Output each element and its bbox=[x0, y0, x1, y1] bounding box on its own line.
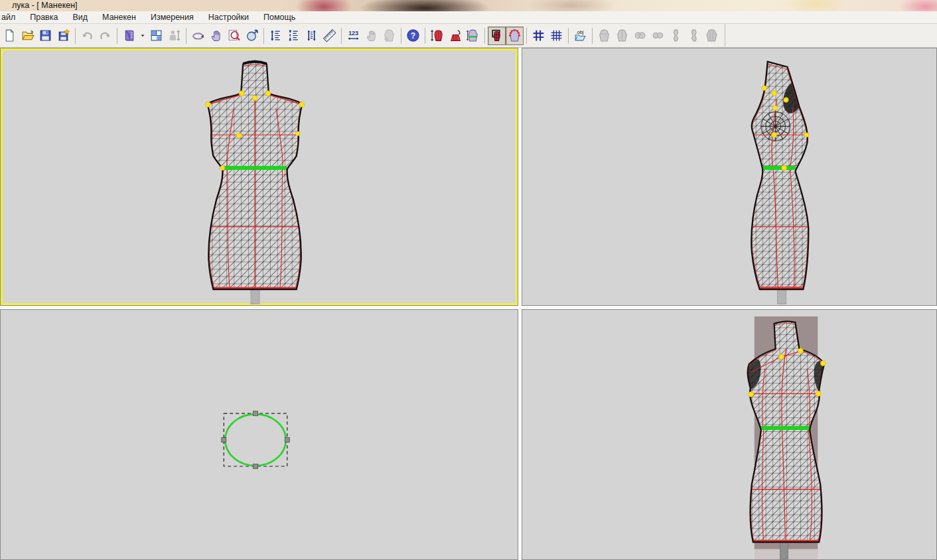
adjust-hand-gray-button bbox=[362, 27, 380, 45]
svg-text:.obj: .obj bbox=[576, 29, 584, 35]
waist-band[interactable] bbox=[223, 166, 287, 170]
handle-bottom[interactable] bbox=[253, 464, 258, 468]
waist-band[interactable] bbox=[755, 426, 810, 430]
ruler-button[interactable] bbox=[321, 27, 338, 45]
viewport-perspective-view[interactable] bbox=[522, 309, 937, 560]
grid-fine-button[interactable] bbox=[547, 27, 565, 45]
toolbar-separator bbox=[568, 28, 569, 44]
handle-top[interactable] bbox=[253, 411, 258, 416]
toolbar-end-divider bbox=[725, 24, 725, 48]
ruler-icon bbox=[323, 29, 336, 42]
top-view-canvas[interactable] bbox=[1, 310, 518, 559]
help-button[interactable]: ? bbox=[404, 27, 422, 45]
menu-item-5[interactable]: Настройки bbox=[201, 13, 256, 22]
model-sweep-red-icon bbox=[448, 29, 462, 42]
measure-vertical-icon bbox=[269, 29, 283, 42]
measure-double-button[interactable] bbox=[303, 27, 321, 45]
viewport-layout-icon bbox=[149, 29, 163, 42]
view-front-gray-button bbox=[595, 27, 613, 45]
handle-left[interactable] bbox=[222, 437, 226, 442]
menu-item-6[interactable]: Помощь bbox=[256, 13, 303, 22]
selection-handles[interactable] bbox=[222, 411, 289, 469]
toolbar-separator bbox=[484, 28, 485, 44]
view-right-gray-button bbox=[685, 27, 703, 45]
add-model-gray-button bbox=[380, 27, 398, 45]
zoom-select-button[interactable] bbox=[225, 27, 243, 45]
import-obj-icon: .obj bbox=[573, 29, 587, 42]
measure-segment-icon bbox=[287, 29, 301, 42]
measure-segment-button[interactable] bbox=[285, 27, 303, 45]
handle-right[interactable] bbox=[285, 437, 289, 442]
dropdown-arrow-button[interactable] bbox=[138, 27, 147, 45]
rotate-tool-icon bbox=[191, 29, 205, 42]
show-wireframe-button[interactable] bbox=[488, 27, 506, 45]
menu-item-1[interactable]: Правка bbox=[23, 13, 65, 22]
redo-icon bbox=[98, 29, 112, 42]
main-toolbar: 123?.obj bbox=[0, 24, 937, 48]
toolbar-separator bbox=[526, 28, 527, 44]
viewport-front-view[interactable] bbox=[0, 48, 518, 306]
notebook-icon bbox=[122, 29, 136, 42]
view-back-gray-button bbox=[613, 27, 631, 45]
side-mannequin[interactable] bbox=[751, 62, 809, 304]
dropdown-arrow-icon bbox=[139, 29, 147, 42]
model-sweep-red-button[interactable] bbox=[446, 27, 464, 45]
view-top-gray-icon bbox=[633, 29, 647, 42]
view-bottom-gray-button bbox=[649, 27, 667, 45]
measure-vertical-button[interactable] bbox=[267, 27, 285, 45]
viewport-top-view[interactable] bbox=[0, 309, 518, 560]
menu-item-2[interactable]: Вид bbox=[65, 13, 95, 22]
model-height-gray-button bbox=[165, 27, 183, 45]
toolbar-separator bbox=[592, 28, 593, 44]
menu-item-0[interactable]: айл bbox=[0, 13, 23, 22]
window-title: лука - [ Манекен] bbox=[12, 1, 78, 10]
model-height-red-icon bbox=[430, 29, 444, 42]
pan-hand-button[interactable] bbox=[207, 27, 225, 45]
show-points-button[interactable] bbox=[506, 27, 524, 45]
svg-text:123: 123 bbox=[348, 30, 358, 36]
grid-button[interactable] bbox=[530, 27, 547, 45]
waist-cross-section[interactable] bbox=[222, 411, 289, 469]
viewport-layout-button[interactable] bbox=[147, 27, 165, 45]
import-obj-button[interactable]: .obj bbox=[571, 27, 589, 45]
model-girth-button[interactable] bbox=[464, 27, 482, 45]
window-titlebar[interactable]: лука - [ Манекен] bbox=[0, 0, 937, 11]
open-file-button[interactable] bbox=[19, 27, 36, 45]
view-top-gray-button bbox=[631, 27, 649, 45]
save-project-button[interactable] bbox=[54, 27, 72, 45]
view-perspective-gray-icon bbox=[705, 29, 719, 42]
rotate-tool-button[interactable] bbox=[189, 27, 207, 45]
menu-item-4[interactable]: Измерения bbox=[143, 13, 201, 22]
model-height-red-button[interactable] bbox=[428, 27, 446, 45]
measure-values-button[interactable]: 123 bbox=[344, 27, 362, 45]
save-project-icon bbox=[56, 29, 70, 42]
redo-button bbox=[96, 27, 114, 45]
help-icon: ? bbox=[406, 29, 420, 42]
toolbar-separator bbox=[341, 28, 342, 44]
waist-band[interactable] bbox=[761, 166, 796, 170]
pan-hand-icon bbox=[209, 29, 223, 42]
zoom-orbit-button[interactable] bbox=[243, 27, 261, 45]
view-left-gray-button bbox=[667, 27, 685, 45]
grid-icon bbox=[532, 29, 545, 42]
viewport-side-view[interactable] bbox=[522, 48, 937, 306]
undo-button bbox=[78, 27, 96, 45]
front-view-canvas[interactable] bbox=[1, 48, 518, 305]
menu-item-3[interactable]: Манекен bbox=[95, 13, 143, 22]
save-file-button[interactable] bbox=[36, 27, 54, 45]
side-view-canvas[interactable] bbox=[522, 48, 936, 305]
notebook-button[interactable] bbox=[120, 27, 138, 45]
front-mannequin[interactable] bbox=[205, 61, 304, 304]
zoom-select-icon bbox=[227, 29, 241, 42]
open-file-icon bbox=[21, 29, 35, 42]
svg-text:?: ? bbox=[411, 31, 415, 40]
selection-ellipse[interactable] bbox=[225, 414, 286, 466]
add-model-gray-icon bbox=[382, 29, 396, 42]
toolbar-separator bbox=[117, 28, 117, 44]
show-points-icon bbox=[508, 29, 522, 42]
show-wireframe-icon bbox=[490, 29, 504, 42]
new-file-button[interactable] bbox=[1, 27, 19, 45]
measure-double-icon bbox=[305, 29, 319, 42]
perspective-view-canvas[interactable] bbox=[522, 310, 936, 559]
view-left-gray-icon bbox=[669, 29, 683, 42]
